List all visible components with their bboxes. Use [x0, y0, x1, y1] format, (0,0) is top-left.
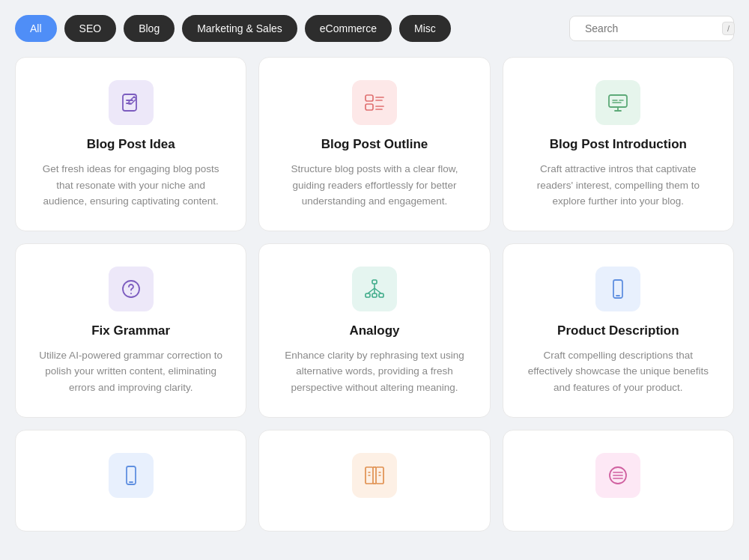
card-icon-wrap — [109, 453, 154, 498]
card-blog-post-idea[interactable]: Blog Post Idea Get fresh ideas for engag… — [15, 57, 246, 231]
list-icon — [363, 91, 386, 115]
svg-rect-18 — [366, 293, 370, 297]
card-title: Analogy — [349, 323, 399, 338]
card-desc: Get fresh ideas for engaging blog posts … — [34, 161, 228, 210]
card-title: Blog Post Outline — [321, 137, 428, 152]
filter-marketing[interactable]: Marketing & Sales — [182, 15, 297, 42]
svg-rect-20 — [379, 293, 383, 297]
question-icon — [119, 277, 143, 301]
monitor-icon — [606, 91, 630, 115]
card-title: Product Description — [557, 323, 679, 338]
svg-line-24 — [374, 288, 381, 293]
card-desc: Structure blog posts with a clear flow, … — [277, 161, 471, 210]
card-analogy[interactable]: Analogy Enhance clarity by rephrasing te… — [258, 243, 490, 418]
svg-rect-4 — [366, 104, 373, 110]
card-icon-wrap — [352, 80, 397, 125]
card-icon-wrap — [595, 267, 640, 311]
card-icon-wrap — [595, 453, 640, 498]
book-icon — [363, 463, 386, 487]
card-partial-2[interactable] — [258, 430, 490, 532]
card-desc: Craft attractive intros that captivate r… — [521, 161, 715, 210]
svg-rect-19 — [372, 293, 377, 297]
card-desc: Craft compelling descriptions that effec… — [521, 347, 715, 396]
card-blog-post-outline[interactable]: Blog Post Outline Structure blog posts w… — [258, 57, 490, 231]
card-fix-grammar[interactable]: Fix Grammar Utilize AI-powered grammar c… — [15, 243, 246, 418]
cards-grid: Blog Post Idea Get fresh ideas for engag… — [15, 57, 734, 532]
card-desc: Utilize AI-powered grammar correction to… — [34, 347, 228, 396]
card-icon-wrap — [109, 267, 154, 311]
card-partial-1[interactable] — [15, 430, 246, 532]
filter-blog[interactable]: Blog — [124, 15, 175, 42]
filter-misc[interactable]: Misc — [399, 15, 451, 42]
svg-rect-17 — [372, 280, 377, 284]
search-kbd: / — [722, 22, 735, 35]
network-icon — [363, 277, 386, 301]
svg-rect-9 — [609, 95, 627, 107]
card-blog-post-introduction[interactable]: Blog Post Introduction Craft attractive … — [503, 57, 734, 231]
svg-rect-3 — [366, 95, 373, 101]
card-desc: Enhance clarity by rephrasing text using… — [277, 347, 471, 396]
edit-icon — [119, 91, 143, 115]
filter-bar: All SEO Blog Marketing & Sales eCommerce… — [15, 15, 734, 42]
search-input[interactable] — [585, 22, 716, 34]
card-title: Blog Post Idea — [87, 137, 175, 152]
filter-seo[interactable]: SEO — [64, 15, 117, 42]
svg-line-22 — [368, 288, 374, 293]
card-title: Blog Post Introduction — [550, 137, 687, 152]
mobile-icon — [606, 277, 630, 301]
search-container: / — [569, 16, 734, 41]
card-icon-wrap — [352, 267, 397, 311]
lines-icon — [606, 463, 630, 487]
card-title: Fix Grammar — [91, 323, 170, 338]
card-partial-3[interactable] — [503, 430, 734, 532]
mobile2-icon — [119, 463, 143, 487]
card-icon-wrap — [595, 80, 640, 125]
card-product-description[interactable]: Product Description Craft compelling des… — [503, 243, 734, 418]
card-icon-wrap — [109, 80, 154, 125]
card-icon-wrap — [352, 453, 397, 498]
svg-point-16 — [130, 293, 132, 294]
filter-ecommerce[interactable]: eCommerce — [305, 15, 392, 42]
filter-all[interactable]: All — [15, 15, 57, 42]
